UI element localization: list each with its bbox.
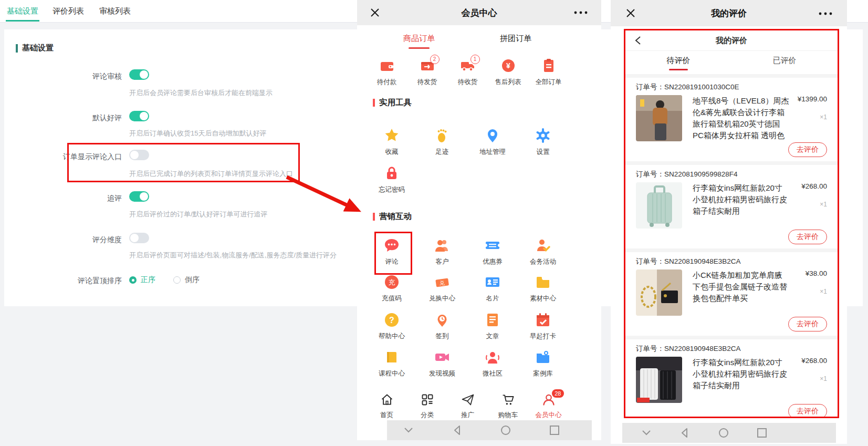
radio-desc[interactable] [173, 276, 181, 284]
marketing-label: 客户 [436, 257, 449, 266]
setting-label-comment-audit: 评论审核 [4, 72, 122, 81]
marketing-label: 会务活动 [530, 257, 556, 266]
product-name: 地平线8号（LEVEL8）周杰伦&蒋先威联合设计行李箱旅行箱登机箱20英寸德国P… [693, 95, 789, 141]
card-title: 基础设置 [16, 43, 54, 53]
reviews-tabs: 待评价 已评价 [625, 51, 838, 74]
tab-product-orders[interactable]: 商品订单 [401, 34, 437, 49]
marketing-item-micro-community[interactable]: 微社区 [467, 349, 518, 378]
radio-desc-label[interactable]: 倒序 [185, 275, 200, 285]
bottom-tab-bar: 首页 分类 推广 购物车 28 会员中心 [367, 393, 569, 420]
tab-reviewed[interactable]: 已评价 [731, 51, 838, 74]
marketing-label: 签到 [436, 332, 449, 341]
marketing-label: 微社区 [483, 369, 503, 378]
marketing-label: 案例库 [533, 369, 553, 378]
marketing-item-comment[interactable]: 评论 [367, 237, 417, 266]
product-image [636, 182, 682, 229]
tool-label: 忘记密码 [379, 185, 405, 194]
tab-basic-settings[interactable]: 基础设置 [6, 0, 39, 22]
toggle-order-entry[interactable] [129, 150, 149, 160]
more-icon[interactable] [574, 11, 588, 14]
marketing-label: 发现视频 [429, 369, 455, 378]
tabbar-item-promote[interactable]: 推广 [447, 393, 488, 420]
status-item-pending-payment[interactable]: 待付款 [367, 58, 407, 87]
go-review-button[interactable]: 去评价 [788, 404, 827, 418]
tabbar-item-category[interactable]: 分类 [407, 393, 447, 420]
marketing-item-business-card[interactable]: 名片 [467, 274, 518, 303]
page-title: 我的评价 [611, 7, 847, 19]
comment-icon [384, 237, 400, 253]
more-icon[interactable] [819, 12, 832, 15]
tool-item-footprints[interactable]: 足迹 [417, 128, 467, 157]
nav-back-icon[interactable] [452, 424, 463, 436]
order-sn-value: SN2208190948E3B2CA [664, 257, 741, 265]
go-review-button[interactable]: 去评价 [788, 230, 827, 244]
marketing-item-events[interactable]: 会务活动 [518, 237, 568, 266]
customers-icon [434, 237, 450, 253]
tab-pending-review[interactable]: 待评价 [625, 51, 731, 74]
marketing-item-case-library[interactable]: 案例库 [518, 349, 568, 378]
nav-recent-icon[interactable] [756, 427, 768, 439]
tool-item-settings[interactable]: 设置 [518, 128, 568, 157]
marketing-item-morning-checkin[interactable]: 早起打卡 [518, 312, 568, 341]
video-icon [434, 349, 450, 365]
tool-item-address-management[interactable]: 地址管理 [467, 128, 518, 157]
marketing-label: 兑换中心 [429, 294, 455, 303]
marketing-item-articles[interactable]: 文章 [467, 312, 518, 341]
product-name: 小CK链条加粗加宽单肩腋下包手提包金属链子改造替换包包配件单买 [693, 269, 789, 316]
chevron-down-icon[interactable] [403, 426, 414, 434]
go-review-button[interactable]: 去评价 [788, 317, 827, 331]
marketing-item-discover-videos[interactable]: 发现视频 [417, 349, 467, 378]
tab-audit-list[interactable]: 审核列表 [98, 0, 132, 22]
marketing-label: 优惠券 [483, 257, 503, 266]
toggle-default-praise[interactable] [129, 111, 149, 121]
toggle-rating-dimension[interactable] [129, 233, 149, 243]
marketing-item-exchange-center[interactable]: 兑 兑换中心 [417, 274, 467, 303]
status-item-all-orders[interactable]: 全部订单 [528, 58, 569, 87]
radio-asc-label[interactable]: 正序 [141, 275, 155, 285]
nav-back-icon[interactable] [679, 427, 691, 439]
toggle-comment-audit[interactable] [129, 69, 149, 80]
tool-item-favorites[interactable]: 收藏 [367, 128, 417, 157]
status-label: 待发货 [417, 78, 437, 87]
order-sn: 订单号：SN2208190948E3B2CA [636, 344, 827, 354]
tabbar-item-home[interactable]: 首页 [367, 393, 407, 420]
radio-asc[interactable] [129, 276, 137, 284]
chevron-down-icon[interactable] [641, 429, 652, 437]
status-item-pending-shipment[interactable]: 2 待发货 [407, 58, 447, 87]
marketing-item-coupons[interactable]: 优惠券 [467, 237, 518, 266]
marketing-item-course-center[interactable]: 课程中心 [367, 349, 417, 378]
nav-home-icon[interactable] [500, 424, 511, 436]
android-nav-bar [387, 420, 592, 440]
aftersale-icon: ¥ [500, 58, 516, 74]
order-status-row: 待付款 2 待发货 1 待收货 ¥ 售后列表 全部订单 [367, 58, 569, 87]
section-utility-tools: 实用工具 [373, 97, 412, 108]
order-sn: 订单号：SN2208191001030C0E [636, 82, 827, 92]
tab-group-orders[interactable]: 拼团订单 [497, 34, 534, 44]
order-sn: 订单号：SN2208190948E3B2CA [636, 257, 827, 266]
section-title: 实用工具 [379, 97, 412, 108]
marketing-item-material-center[interactable]: 素材中心 [518, 274, 568, 303]
marketing-row-3: ? 帮助中心 签到 文章 早起打卡 [367, 312, 568, 341]
go-review-button[interactable]: 去评价 [788, 142, 827, 157]
footprint-icon [434, 128, 450, 143]
signin-icon [434, 312, 450, 328]
marketing-item-customers[interactable]: 客户 [417, 237, 467, 266]
toggle-followup-review[interactable] [129, 191, 149, 202]
member-center-screen: 会员中心 商品订单 拼团订单 待付款 2 待发货 1 待收货 ¥ 售后列表 [357, 0, 601, 440]
marketing-item-checkin[interactable]: 签到 [417, 312, 467, 341]
marketing-item-recharge-code[interactable]: 充 充值码 [367, 274, 417, 303]
nav-recent-icon[interactable] [549, 424, 560, 436]
status-item-aftersale-list[interactable]: ¥ 售后列表 [488, 58, 528, 87]
nav-home-icon[interactable] [718, 427, 729, 439]
marketing-row-4: 课程中心 发现视频 微社区 案例库 [367, 349, 568, 378]
tool-item-forgot-password[interactable]: 忘记密码 [367, 165, 417, 194]
tabbar-label: 推广 [461, 411, 474, 420]
tabbar-item-member-center[interactable]: 28 会员中心 [528, 393, 569, 420]
marketing-item-help-center[interactable]: ? 帮助中心 [367, 312, 417, 341]
order-sn-label: 订单号： [636, 345, 664, 352]
exchange-icon: 兑 [434, 274, 450, 290]
tab-review-list[interactable]: 评价列表 [51, 0, 85, 22]
tabbar-item-cart[interactable]: 购物车 [488, 393, 528, 420]
truck-icon: 1 [460, 58, 476, 74]
status-item-pending-receipt[interactable]: 1 待收货 [447, 58, 488, 87]
